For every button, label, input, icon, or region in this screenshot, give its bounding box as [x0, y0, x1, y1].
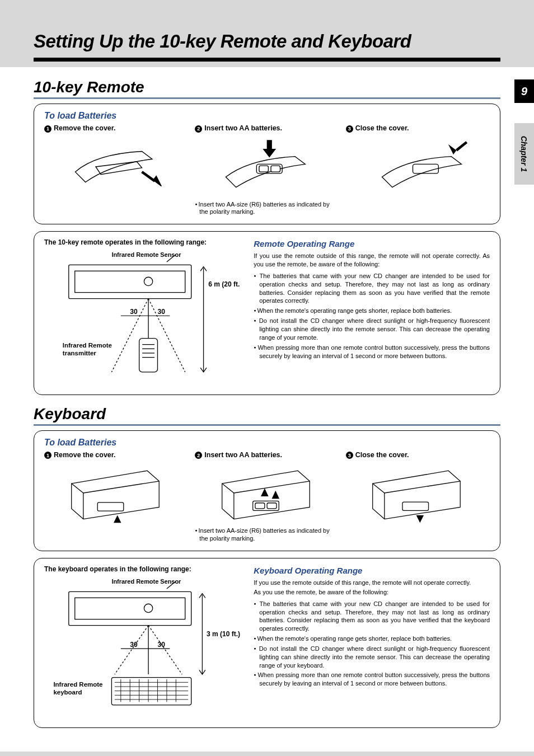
remote-load-title: To load Batteries: [44, 111, 490, 121]
svg-rect-29: [402, 502, 429, 510]
keyboard-range-block: The keyboard operates in the following r…: [34, 558, 500, 728]
kb-angle-right-text: 30: [157, 641, 165, 649]
svg-rect-2: [259, 166, 268, 172]
keyboard-insert-batteries-illustration: [195, 462, 339, 524]
title-rule: [34, 58, 500, 62]
chapter-tab-label: Chapter 1: [520, 136, 529, 172]
svg-rect-9: [75, 271, 185, 292]
svg-rect-16: [139, 339, 158, 372]
keyboard-bullet-1: The batteries that came with your new CD…: [254, 600, 490, 633]
remote-range-block: The 10-key remote operates in the follow…: [34, 231, 500, 395]
remote-op-intro: If you use the remote outside of this ra…: [254, 252, 490, 269]
svg-point-10: [144, 277, 152, 285]
kb-step1-label: Remove the cover.: [54, 451, 115, 459]
remote-step-1: 1Remove the cover.: [44, 124, 188, 216]
kb-step3-label: Close the cover.: [355, 451, 409, 459]
svg-line-37: [148, 625, 182, 674]
angle-left-text: 30: [130, 308, 138, 316]
remote-step1-label: Remove the cover.: [54, 124, 115, 132]
keyboard-bullet-3: Do not install the CD changer where dire…: [254, 645, 490, 670]
svg-rect-31: [69, 591, 191, 625]
remote-bullet-1: The batteries that came with your new CD…: [254, 272, 490, 305]
step-badge-3: 3: [346, 125, 353, 133]
kb-transmitter-label-line1: Infrared Remote: [53, 681, 102, 688]
kb-step-badge-3: 3: [346, 452, 353, 459]
keyboard-step-3: 3Close the cover.: [346, 451, 490, 543]
svg-point-33: [144, 604, 152, 612]
remote-range-heading: The 10-key remote operates in the follow…: [44, 238, 240, 246]
svg-rect-3: [271, 166, 280, 172]
svg-marker-30: [416, 515, 424, 523]
kb-step2-note: Insert two AA-size (R6) batteries as ind…: [195, 527, 339, 543]
svg-rect-22: [97, 503, 124, 511]
keyboard-bullet-4: When pressing more than one remote contr…: [254, 671, 490, 688]
kb-step-badge-2: 2: [195, 452, 202, 459]
page-title: Setting Up the 10-key Remote and Keyboar…: [34, 31, 500, 52]
keyboard-bullet-2: When the remote's operating range gets s…: [254, 635, 490, 643]
remote-close-cover-illustration: [346, 136, 490, 198]
remote-step-3: 3Close the cover.: [346, 124, 490, 216]
keyboard-remove-cover-illustration: [44, 462, 188, 524]
keyboard-op-intro1: If you use the remote outside of this ra…: [254, 579, 490, 587]
remote-step-2: 2Insert two AA batteries. Insert two AA-…: [195, 124, 339, 216]
svg-rect-25: [255, 503, 265, 509]
keyboard-range-illustration: Infrared Remote Sensor 3 m (10 ft.) 30 3…: [44, 576, 240, 720]
svg-rect-32: [75, 598, 185, 619]
angle-right-text: 30: [157, 308, 165, 316]
section-heading-keyboard: Keyboard: [34, 405, 500, 423]
keyboard-step-1: 1Remove the cover.: [44, 451, 188, 543]
kb-step2-label: Insert two AA batteries.: [204, 451, 282, 459]
sensor-label-text: Infrared Remote Sensor: [111, 251, 181, 258]
svg-rect-8: [69, 265, 191, 298]
remote-step3-label: Close the cover.: [355, 124, 409, 132]
remote-remove-cover-illustration: [44, 136, 188, 198]
remote-range-illustration: Infrared Remote Sensor 6 m (20 ft.) 30 3…: [44, 250, 240, 387]
svg-marker-23: [114, 515, 121, 523]
remote-bullet-4: When pressing more than one remote contr…: [254, 344, 490, 360]
svg-marker-4: [263, 140, 277, 157]
transmitter-label-line2: transmitter: [63, 350, 97, 356]
keyboard-close-cover-illustration: [346, 462, 490, 524]
svg-marker-6: [448, 144, 456, 154]
keyboard-op-intro2: As you use the remote, be aware of the f…: [254, 588, 490, 597]
svg-line-7: [456, 142, 466, 150]
kb-sensor-label-text: Infrared Remote Sensor: [111, 578, 181, 585]
svg-rect-24: [253, 501, 279, 511]
step-badge-1: 1: [44, 125, 51, 133]
svg-marker-27: [261, 489, 269, 496]
svg-marker-28: [271, 491, 279, 499]
kb-angle-left-text: 30: [130, 641, 138, 649]
step-badge-2: 2: [195, 125, 202, 133]
transmitter-label-line1: Infrared Remote: [63, 342, 112, 349]
keyboard-step-2: 2Insert two AA batteries. Insert two AA-…: [195, 451, 339, 543]
remote-step2-note: Insert two AA-size (R6) batteries as ind…: [195, 201, 339, 217]
remote-insert-batteries-illustration: [195, 136, 339, 198]
kb-step-badge-1: 1: [44, 452, 51, 459]
section-heading-remote: 10-key Remote: [34, 78, 500, 96]
keyboard-range-heading: The keyboard operates in the following r…: [44, 565, 240, 573]
svg-marker-0: [153, 176, 162, 186]
remote-op-range-title: Remote Operating Range: [254, 238, 490, 250]
remote-bullet-3: Do not install the CD changer where dire…: [254, 317, 490, 342]
distance-text: 6 m (20 ft.): [208, 280, 240, 288]
svg-rect-26: [267, 503, 277, 509]
keyboard-op-range-title: Keyboard Operating Range: [254, 565, 490, 576]
remote-step2-label: Insert two AA batteries.: [204, 124, 282, 132]
page-number-tab: 9: [514, 79, 534, 103]
svg-rect-39: [111, 677, 191, 705]
remote-load-batteries-block: To load Batteries 1Remove the cover. 2In…: [34, 104, 500, 224]
kb-distance-text: 3 m (10 ft.): [207, 630, 240, 638]
chapter-tab: Chapter 1: [514, 123, 534, 185]
keyboard-load-title: To load Batteries: [44, 438, 490, 448]
keyboard-load-batteries-block: To load Batteries 1Remove the cover. 2In…: [34, 430, 500, 551]
svg-line-36: [115, 625, 148, 674]
remote-bullet-2: When the remote's operating range gets s…: [254, 307, 490, 315]
kb-transmitter-label-line2: keyboard: [53, 689, 82, 696]
